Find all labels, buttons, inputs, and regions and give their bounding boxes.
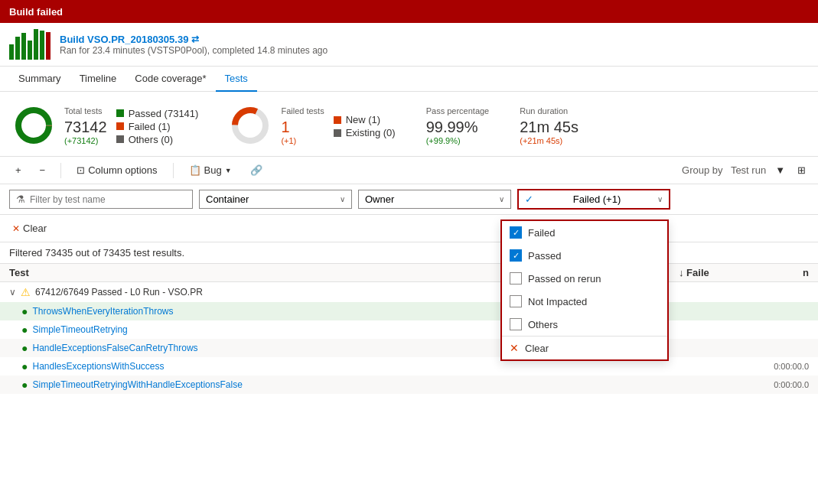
failed-tests-delta: (+1) bbox=[281, 136, 324, 145]
group-chevron-icon: ∨ bbox=[9, 287, 16, 298]
test-row-3[interactable]: ● HandlesExceptionsWithSuccess 0:00:00.0 bbox=[0, 357, 818, 376]
test-row-4[interactable]: ● SimpleTimeoutRetryingWithHandleExcepti… bbox=[0, 376, 818, 394]
pass-icon-2: ● bbox=[21, 342, 28, 354]
container-chevron-icon: ∨ bbox=[340, 195, 345, 203]
check-icon: ✓ bbox=[525, 193, 533, 205]
owner-chevron-icon: ∨ bbox=[499, 195, 504, 203]
bug-label: Bug bbox=[204, 164, 222, 176]
legend-failed-label: Failed (1) bbox=[129, 121, 171, 132]
legend-new: New (1) bbox=[334, 114, 396, 125]
clear-button[interactable]: ✕ Clear bbox=[9, 219, 50, 237]
others-checkbox[interactable] bbox=[510, 318, 522, 330]
build-title[interactable]: Build VSO.PR_20180305.39 ⇄ bbox=[60, 34, 809, 45]
tab-summary[interactable]: Summary bbox=[9, 67, 70, 92]
search-input[interactable] bbox=[30, 194, 186, 205]
failed-filter-label: Failed (+1) bbox=[573, 193, 621, 205]
legend-passed-label: Passed (73141) bbox=[129, 108, 199, 119]
pass-percentage-section: Pass percentage 99.99% (+99.9%) bbox=[426, 104, 490, 147]
legend-failed: Failed (1) bbox=[116, 121, 199, 132]
test-name-4: SimpleTimeoutRetryingWithHandleException… bbox=[32, 379, 735, 390]
build-bars-icon bbox=[9, 29, 51, 60]
filter-input-container[interactable]: ⚗ bbox=[9, 190, 193, 209]
group-warn-icon: ⚠ bbox=[21, 286, 31, 298]
group-name: 67412/67649 Passed - L0 Run - VSO.PR bbox=[35, 287, 809, 298]
container-dropdown[interactable]: Container ∨ bbox=[199, 190, 352, 209]
build-title-section: Build VSO.PR_20180305.39 ⇄ Ran for 23.4 … bbox=[60, 34, 809, 56]
bug-chevron-icon: ▼ bbox=[225, 167, 232, 174]
filters-row: ⚗ Container ∨ Owner ∨ ✓ Failed (+1) ∨ Fa… bbox=[0, 184, 818, 215]
failed-checkbox[interactable] bbox=[510, 226, 522, 239]
test-row-0[interactable]: ● ThrowsWhenEveryIterationThrows bbox=[0, 302, 818, 320]
tab-timeline[interactable]: Timeline bbox=[70, 67, 126, 92]
dropdown-item-passed[interactable]: Passed bbox=[502, 244, 667, 267]
failed-chevron-icon: ∨ bbox=[657, 195, 663, 203]
table-header: Test ↓ Faile n bbox=[0, 264, 818, 282]
collapse-button[interactable]: − bbox=[34, 161, 52, 179]
build-subtitle: Ran for 23.4 minutes (VSTSP0Pool), compl… bbox=[60, 45, 809, 56]
dropdown-clear-button[interactable]: ✕ Clear bbox=[502, 336, 667, 359]
dropdown-item-passed-rerun[interactable]: Passed on rerun bbox=[502, 267, 667, 290]
legend-dot-red bbox=[116, 122, 124, 130]
failed-filter-dropdown[interactable]: ✓ Failed (+1) ∨ Failed Passed Passed on … bbox=[517, 189, 670, 210]
test-group-row[interactable]: ∨ ⚠ 67412/67649 Passed - L0 Run - VSO.PR bbox=[0, 282, 818, 302]
link-button[interactable]: 🔗 bbox=[244, 161, 269, 179]
pass-percentage-label: Pass percentage bbox=[426, 106, 490, 115]
bug-button[interactable]: 📋 Bug ▼ bbox=[183, 161, 238, 179]
tab-code-coverage[interactable]: Code coverage* bbox=[125, 67, 215, 92]
legend-others: Others (0) bbox=[116, 134, 199, 145]
run-duration-value: 21m 45s bbox=[520, 119, 578, 136]
results-info: Filtered 73435 out of 73435 test results… bbox=[0, 242, 818, 264]
legend-others-label: Others (0) bbox=[129, 134, 174, 145]
run-duration-section: Run duration 21m 45s (+21m 45s) bbox=[520, 104, 578, 147]
tab-tests[interactable]: Tests bbox=[216, 67, 257, 92]
legend-dot-green bbox=[116, 109, 124, 117]
legend-existing-label: Existing (0) bbox=[346, 127, 396, 138]
pass-icon-1: ● bbox=[21, 324, 28, 336]
passed-checkbox[interactable] bbox=[510, 249, 522, 262]
test-rows: ∨ ⚠ 67412/67649 Passed - L0 Run - VSO.PR… bbox=[0, 282, 818, 394]
failed-tests-label: Failed tests bbox=[281, 106, 324, 115]
expand-button[interactable]: + bbox=[9, 161, 28, 179]
failed-tests-section: Failed tests 1 (+1) New (1) Existing (0) bbox=[229, 104, 395, 147]
total-tests-delta: (+73142) bbox=[64, 136, 107, 145]
dropdown-item-not-impacted[interactable]: Not Impacted bbox=[502, 290, 667, 313]
column-options-label: Column options bbox=[88, 164, 157, 176]
passed-rerun-label: Passed on rerun bbox=[528, 273, 601, 285]
collapse-icon: − bbox=[40, 164, 46, 176]
expand-icon: + bbox=[15, 164, 21, 176]
passed-item-label: Passed bbox=[528, 250, 561, 262]
dropdown-item-others[interactable]: Others bbox=[502, 313, 667, 336]
clear-label: Clear bbox=[23, 223, 47, 234]
failed-column-header: ↓ Faile bbox=[679, 267, 740, 278]
test-dur-3: 0:00:00.0 bbox=[740, 362, 809, 371]
not-impacted-checkbox[interactable] bbox=[510, 295, 522, 307]
filter-icon-button[interactable]: ▼ bbox=[772, 163, 788, 177]
dropdown-item-failed[interactable]: Failed bbox=[502, 221, 667, 244]
bar-5 bbox=[34, 29, 38, 60]
bar-4 bbox=[28, 41, 32, 60]
separator-2 bbox=[173, 163, 174, 178]
test-name-0: ThrowsWhenEveryIterationThrows bbox=[32, 306, 809, 317]
legend-new-label: New (1) bbox=[346, 114, 381, 125]
group-by-text: Group by bbox=[682, 164, 722, 176]
total-tests-section: Total tests 73142 (+73142) Passed (73141… bbox=[12, 104, 198, 147]
owner-dropdown[interactable]: Owner ∨ bbox=[358, 190, 511, 209]
failed-item-label: Failed bbox=[528, 227, 555, 239]
test-name-2: HandleExceptionsFalseCanRetryThrows bbox=[32, 343, 809, 353]
test-row-2[interactable]: ● HandleExceptionsFalseCanRetryThrows bbox=[0, 339, 818, 357]
total-tests-info: Total tests 73142 (+73142) bbox=[64, 106, 107, 145]
test-dur-4: 0:00:00.0 bbox=[740, 380, 809, 389]
clear-x-icon: ✕ bbox=[12, 223, 20, 234]
layout-button[interactable]: ⊞ bbox=[794, 163, 809, 177]
bar-6 bbox=[40, 31, 44, 60]
svg-point-1 bbox=[18, 110, 49, 141]
layout-icon: ⊞ bbox=[797, 164, 806, 176]
total-tests-donut bbox=[12, 104, 55, 147]
test-row-1[interactable]: ● SimpleTimeoutRetrying bbox=[0, 320, 818, 339]
column-options-button[interactable]: ⊡ Column options bbox=[70, 161, 163, 179]
owner-label: Owner bbox=[365, 193, 394, 205]
run-duration-delta: (+21m 45s) bbox=[520, 136, 578, 145]
test-name-1: SimpleTimeoutRetrying bbox=[32, 324, 809, 335]
passed-rerun-checkbox[interactable] bbox=[510, 272, 522, 285]
dropdown-clear-label: Clear bbox=[525, 343, 549, 354]
